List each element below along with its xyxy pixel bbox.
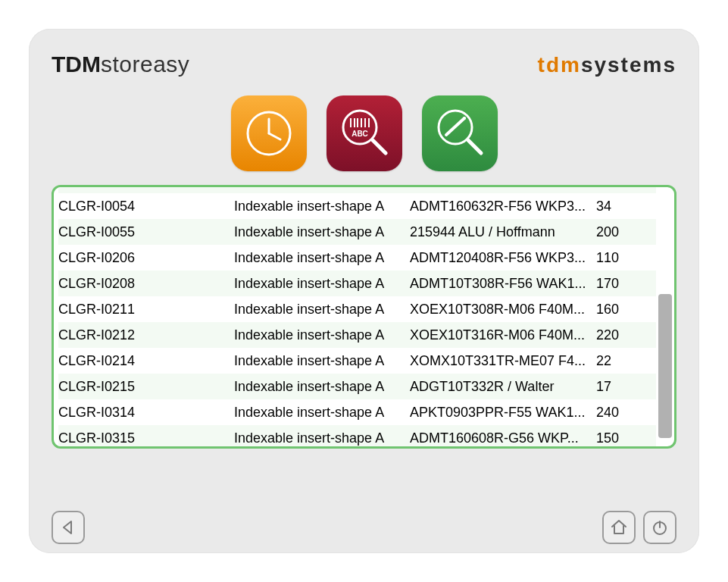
svg-line-4	[373, 140, 386, 153]
vendor-logo: tdmsystems	[538, 53, 676, 77]
action-toolbar: ABC	[52, 95, 676, 171]
cell-desc: ADMT160632R-F56 WKP3...	[410, 199, 596, 214]
app-title-light: storeasy	[101, 52, 189, 77]
cell-type: Indexable insert-shape A	[234, 353, 410, 369]
cell-type: Indexable insert RE1=4.0 ...	[234, 187, 410, 189]
main-panel: TDMstoreasy tdmsystems	[29, 29, 699, 553]
table-row[interactable]: CLGR-I0211Indexable insert-shape AXOEX10…	[58, 296, 656, 322]
app-title-bold: TDM	[52, 52, 101, 77]
scrollbar-track[interactable]	[658, 189, 672, 444]
cell-type: Indexable insert-shape A	[234, 199, 410, 214]
table-row[interactable]: CLGR-I0315Indexable insert-shape AADMT16…	[58, 425, 656, 446]
cell-desc: HM90 ADKT 190340-PDR 1...	[410, 187, 596, 189]
table-viewport[interactable]: CLGR-I0053Indexable insert RE1=4.0 ...HM…	[54, 187, 674, 446]
tool-search-button[interactable]	[422, 95, 498, 171]
cell-desc: ADMT10T308R-F56 WAK1...	[410, 276, 596, 292]
header: TDMstoreasy tdmsystems	[52, 52, 676, 77]
cell-type: Indexable insert-shape A	[234, 379, 410, 395]
table-row[interactable]: CLGR-I0054Indexable insert-shape AADMT16…	[58, 193, 656, 219]
svg-line-2	[269, 133, 280, 139]
table-row[interactable]: CLGR-I0206Indexable insert-shape AADMT12…	[58, 245, 656, 271]
svg-line-13	[468, 140, 481, 153]
footer-bar	[52, 511, 676, 544]
cell-desc: 215944 ALU / Hoffmann	[410, 224, 596, 240]
cell-id: CLGR-I0054	[58, 199, 234, 214]
cell-id: CLGR-I0206	[58, 250, 234, 266]
cell-type: Indexable insert-shape A	[234, 405, 410, 421]
table-row[interactable]: CLGR-I0053Indexable insert RE1=4.0 ...HM…	[58, 187, 656, 193]
cell-qty: 240	[596, 405, 642, 421]
table-row[interactable]: CLGR-I0215Indexable insert-shape AADGT10…	[58, 374, 656, 399]
cell-desc: ADMT160608R-G56 WKP...	[410, 430, 596, 446]
power-button[interactable]	[643, 511, 676, 544]
table-row[interactable]: CLGR-I0055Indexable insert-shape A215944…	[58, 219, 656, 245]
home-button[interactable]	[602, 511, 636, 544]
home-icon	[610, 518, 628, 537]
power-icon	[651, 518, 669, 537]
cell-desc: APKT0903PPR-F55 WAK1...	[410, 405, 596, 421]
cell-qty: 160	[596, 302, 642, 318]
vendor-logo-part2: systems	[581, 53, 676, 77]
cell-qty: 200	[596, 224, 642, 240]
cell-id: CLGR-I0215	[58, 379, 234, 395]
app-window: TDMstoreasy tdmsystems	[0, 0, 728, 582]
vendor-logo-part1: tdm	[538, 53, 581, 77]
cell-id: CLGR-I0055	[58, 224, 234, 240]
cell-type: Indexable insert-shape A	[234, 276, 410, 292]
cell-type: Indexable insert-shape A	[234, 250, 410, 266]
back-button[interactable]	[52, 511, 85, 544]
cell-qty: 170	[596, 276, 642, 292]
cell-qty: 34	[596, 199, 642, 214]
svg-point-15	[463, 117, 466, 120]
cell-desc: XOMX10T331TR-ME07 F4...	[410, 353, 596, 369]
cell-type: Indexable insert-shape A	[234, 430, 410, 446]
barcode-magnifier-icon: ABC	[336, 105, 393, 162]
svg-text:ABC: ABC	[352, 130, 368, 138]
cell-id: CLGR-I0208	[58, 276, 234, 292]
back-icon	[60, 519, 77, 536]
cell-id: CLGR-I0053	[58, 187, 234, 189]
svg-line-14	[446, 118, 464, 135]
cell-qty: 22	[596, 353, 642, 369]
cell-id: CLGR-I0211	[58, 302, 234, 318]
results-table: CLGR-I0053Indexable insert RE1=4.0 ...HM…	[52, 185, 676, 449]
cell-id: CLGR-I0314	[58, 405, 234, 421]
tool-magnifier-icon	[431, 105, 489, 162]
cell-qty: 17	[596, 379, 642, 395]
app-title: TDMstoreasy	[52, 52, 189, 77]
table-row[interactable]: CLGR-I0314Indexable insert-shape AAPKT09…	[58, 399, 656, 425]
barcode-search-button[interactable]: ABC	[327, 95, 402, 171]
cell-desc: ADMT120408R-F56 WKP3...	[410, 250, 596, 266]
cell-desc: XOEX10T316R-M06 F40M...	[410, 327, 596, 343]
table-row[interactable]: CLGR-I0212Indexable insert-shape AXOEX10…	[58, 322, 656, 348]
cell-type: Indexable insert-shape A	[234, 224, 410, 240]
cell-type: Indexable insert-shape A	[234, 302, 410, 318]
cell-qty: 190	[596, 187, 642, 189]
cell-qty: 150	[596, 430, 642, 446]
table-row[interactable]: CLGR-I0208Indexable insert-shape AADMT10…	[58, 271, 656, 296]
svg-marker-16	[64, 521, 71, 534]
cell-qty: 220	[596, 327, 642, 343]
cell-id: CLGR-I0214	[58, 353, 234, 369]
cell-desc: XOEX10T308R-M06 F40M...	[410, 302, 596, 318]
clock-icon	[242, 107, 295, 160]
history-button[interactable]	[231, 95, 307, 171]
scrollbar-thumb[interactable]	[658, 294, 672, 438]
cell-type: Indexable insert-shape A	[234, 327, 410, 343]
footer-right-group	[602, 511, 676, 544]
cell-id: CLGR-I0212	[58, 327, 234, 343]
cell-desc: ADGT10T332R / Walter	[410, 379, 596, 395]
table-row[interactable]: CLGR-I0214Indexable insert-shape AXOMX10…	[58, 348, 656, 374]
cell-qty: 110	[596, 250, 642, 266]
cell-id: CLGR-I0315	[58, 430, 234, 446]
